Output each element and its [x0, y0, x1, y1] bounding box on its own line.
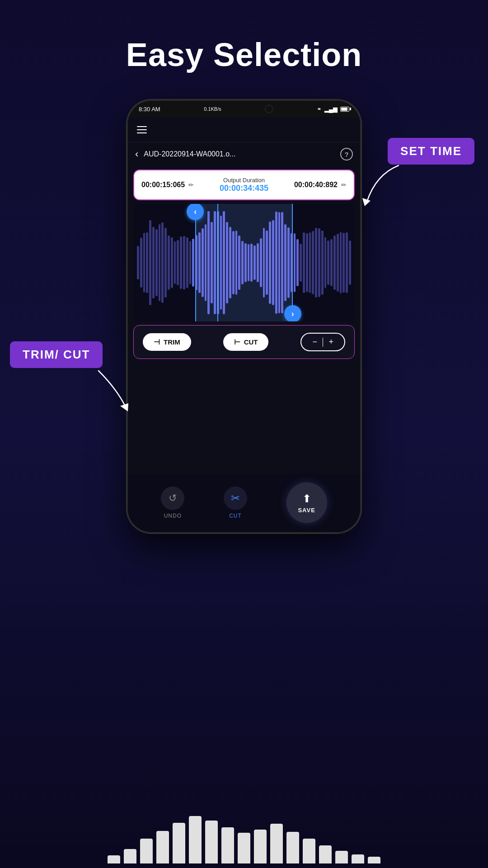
bottom-waveform-bar [270, 824, 283, 863]
output-duration-label: Output Duration [220, 177, 268, 184]
cut-action-label: CUT [229, 513, 242, 519]
undo-icon: ↺ [169, 492, 177, 504]
bottom-waveform-bar [124, 849, 136, 863]
waveform-bar [333, 236, 336, 290]
bottom-waveform-bar [108, 855, 120, 863]
cut-icon-circle: ✂ [224, 486, 247, 510]
zoom-out-button[interactable]: − [309, 337, 321, 347]
cut-label: CUT [244, 338, 258, 346]
output-duration-center: Output Duration 00:00:34:435 [220, 177, 268, 193]
help-button[interactable]: ? [340, 148, 353, 160]
signal-icon: ▂▄▆ [324, 106, 338, 113]
phone-container: 8:30 AM 0.1KB/s ⚭ ▂▄▆ ‹ AUD-20220914-WA0… [127, 99, 361, 533]
playhead [217, 204, 218, 321]
waveform-bar [327, 241, 329, 285]
save-button[interactable]: ⬆ SAVE [286, 482, 327, 523]
bottom-waveform-bar [189, 816, 202, 863]
undo-icon-circle: ↺ [161, 486, 184, 510]
status-data: 0.1KB/s [204, 106, 221, 112]
svg-marker-0 [362, 198, 371, 206]
waveform-bar [161, 222, 164, 303]
waveform-bar [309, 232, 311, 293]
bottom-waveform-bar [352, 854, 364, 863]
waveform-bar [146, 232, 148, 293]
start-time-value: 00:00:15:065 [141, 181, 185, 189]
file-title: AUD-20220914-WA0001.o... [144, 150, 335, 158]
bottom-waveform-bar [335, 851, 348, 863]
back-button[interactable]: ‹ [135, 148, 138, 160]
undo-label: UNDO [164, 513, 182, 519]
waveform-bar [337, 234, 339, 291]
waveform-container[interactable]: ‹ › [133, 204, 355, 321]
waveform-bar [174, 241, 176, 284]
waveform-bar [164, 228, 167, 297]
title-bar: ‹ AUD-20220914-WA0001.o... ? [128, 142, 360, 166]
zoom-divider [323, 338, 324, 347]
waveform-bar [306, 233, 308, 292]
start-time-edit-icon: ✏ [188, 181, 194, 189]
status-time: 8:30 AM [139, 106, 160, 113]
waveform-bar [192, 239, 194, 287]
trim-button[interactable]: ⊣ TRIM [143, 333, 191, 351]
waveform-bar [168, 236, 170, 290]
trim-icon: ⊣ [154, 338, 160, 346]
end-time-value: 00:00:40:892 [294, 181, 338, 189]
waveform-bar [152, 227, 155, 298]
bluetooth-icon: ⚭ [317, 106, 322, 113]
waveform-bar [343, 233, 345, 292]
cut-action-button[interactable]: ✂ CUT [224, 486, 247, 519]
waveform-bar [296, 239, 299, 286]
waveform-bar [324, 237, 327, 288]
waveform-bar [318, 228, 320, 297]
cut-button[interactable]: ⊢ CUT [223, 333, 269, 351]
trim-cut-arrow [89, 366, 144, 420]
waveform-bar [189, 241, 192, 284]
waveform-bar [171, 237, 173, 288]
right-handle[interactable]: › [284, 305, 301, 321]
waveform-bar [303, 232, 305, 293]
end-time-edit-icon: ✏ [341, 181, 347, 189]
waveform-bar [300, 244, 302, 282]
time-row: 00:00:15:065 ✏ Output Duration 00:00:34:… [141, 177, 347, 193]
duration-value: 00:00:34:435 [220, 184, 268, 193]
bottom-waveform-decoration [0, 814, 488, 868]
cut-action-icon: ✂ [231, 492, 240, 505]
status-bar: 8:30 AM 0.1KB/s ⚭ ▂▄▆ [128, 101, 360, 117]
start-time-input[interactable]: 00:00:15:065 ✏ [141, 181, 194, 189]
battery-container [340, 107, 349, 112]
hamburger-icon[interactable] [137, 126, 147, 133]
waveform-bar [349, 241, 351, 285]
bottom-waveform-bar [238, 833, 250, 863]
bottom-waveform-bar [254, 830, 267, 863]
bottom-waveform-bar [205, 821, 218, 863]
undo-button[interactable]: ↺ UNDO [161, 486, 184, 519]
end-time-input[interactable]: 00:00:40:892 ✏ [294, 181, 347, 189]
waveform-bar [294, 233, 296, 292]
top-nav [128, 117, 360, 142]
save-label: SAVE [298, 507, 315, 514]
bottom-waveform-bar [140, 839, 153, 863]
waveform-bar [315, 228, 317, 297]
waveform-bar [312, 231, 314, 294]
zoom-controls: − + [300, 333, 345, 351]
zoom-in-button[interactable]: + [325, 337, 337, 347]
phone-frame: 8:30 AM 0.1KB/s ⚭ ▂▄▆ ‹ AUD-20220914-WA0… [127, 99, 361, 533]
waveform-bar [143, 233, 145, 292]
bottom-waveform-bar [319, 845, 332, 863]
bottom-bar: ↺ UNDO ✂ CUT ⬆ SAVE [128, 473, 360, 532]
waveform-bar [140, 238, 142, 288]
save-icon: ⬆ [302, 492, 311, 505]
waveform-bar [183, 236, 185, 289]
status-camera [265, 105, 273, 113]
waveform-bar [321, 231, 324, 295]
waveform-bar [330, 239, 333, 286]
waveform-bar [155, 229, 158, 297]
trim-cut-badge[interactable]: TRIM/ CUT [10, 341, 103, 368]
waveform-bar [340, 232, 342, 294]
set-time-arrow [358, 161, 412, 215]
bottom-waveform-bar [156, 831, 169, 863]
bottom-waveform-bar [286, 832, 299, 863]
waveform-bar [177, 240, 179, 286]
waveform-bar [137, 246, 139, 279]
trim-label: TRIM [164, 338, 180, 346]
